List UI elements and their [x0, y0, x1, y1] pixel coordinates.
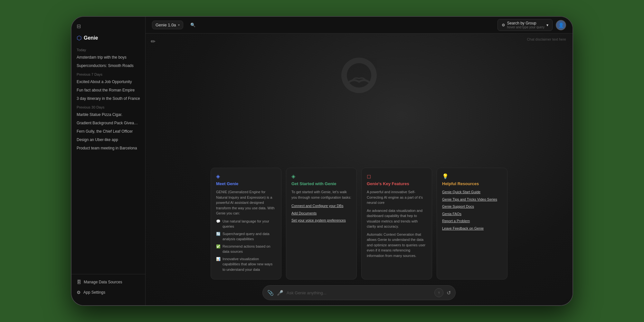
bullet-text-1: Use natural language for your queries: [223, 219, 276, 229]
sidebar-toggle-icon[interactable]: ⊟: [77, 23, 81, 29]
bullet-text-3: Recommend actions based on data sources: [223, 244, 276, 254]
card-link-add-docs[interactable]: Add Documents: [291, 211, 351, 216]
bullet-1: 💬 Use natural language for your queries: [216, 219, 276, 229]
card-get-started-icon: ◈: [291, 173, 351, 179]
bullet-2: 🔄 Supercharged query and data analysis c…: [216, 231, 276, 242]
search-group-chevron-icon: ▾: [546, 23, 548, 27]
topbar-search[interactable]: 🔍: [187, 21, 494, 29]
sidebar-item-marble[interactable]: Marble Statue Pizza Cigar.: [71, 110, 145, 119]
sidebar-item-uber[interactable]: Design an Uber-like app: [71, 136, 145, 144]
card-meet-genie-title: Meet Genie: [216, 181, 276, 186]
mic-icon[interactable]: 🎤: [277, 290, 283, 296]
bullet-text-4: Innovative visualization capabilities th…: [223, 256, 276, 272]
resource-link-feedback[interactable]: Leave Feedback on Genie: [442, 226, 502, 231]
card-meet-genie: ◈ Meet Genie GENIE (Generalized Engine f…: [211, 168, 281, 279]
sidebar-logo: ⬡ Genie: [71, 33, 145, 45]
card-key-features: ◻ Genie's Key Features A powerful and in…: [361, 168, 432, 279]
card-link-voice[interactable]: Set your voice system preferences: [291, 218, 351, 223]
card-link-connect-dbs[interactable]: Connect and Configure your DBs: [291, 203, 351, 209]
main-content: Genie 1.0a ▾ 🔍 ⚙ Search by Group hover a…: [146, 17, 573, 305]
search-group-label: Search by Group: [507, 21, 536, 25]
sidebar-item-france[interactable]: 3 day itinerary in the South of France: [71, 94, 145, 103]
app-settings-label: App Settings: [83, 290, 105, 295]
card-key-features-title: Genie's Key Features: [367, 181, 427, 186]
refresh-button[interactable]: ↺: [447, 290, 451, 296]
card-helpful-resources-body: Genie Quick Start Guide Genie Tips and T…: [442, 189, 502, 231]
resource-link-faqs[interactable]: Genia FAQs: [442, 211, 502, 217]
card-get-started-text: To get started with Genie, let's walk yo…: [291, 189, 351, 200]
user-avatar[interactable]: 👤: [556, 20, 566, 30]
selector-chevron-icon: ▾: [178, 23, 180, 27]
resource-link-tips[interactable]: Genie Tips and Tricks Video Series: [442, 197, 502, 202]
sidebar-item-gradient[interactable]: Gradient Background Pack Giveawa...: [71, 119, 145, 127]
sidebar-bottom: 🗄 Manage Data Sources ⚙ App Settings: [71, 274, 145, 300]
card-key-features-icon: ◻: [367, 173, 427, 179]
bullet-emoji-3: ✅: [216, 244, 221, 249]
topbar-right: ⚙ Search by Group hover and type your qu…: [497, 19, 566, 31]
genie-version-label: Genie 1.0a: [156, 23, 176, 27]
chat-area: Chat disclaimer text here ✏ ◈ Meet Genie…: [146, 33, 573, 305]
resource-link-report[interactable]: Report a Problem: [442, 218, 502, 224]
key-feature-2: An advanced data visualization and dashb…: [367, 208, 427, 229]
sidebar-spacer: [71, 152, 145, 274]
bullet-text-2: Supercharged query and data analysis cap…: [223, 231, 276, 242]
card-helpful-resources-icon: 💡: [442, 173, 502, 179]
database-icon: 🗄: [77, 279, 81, 285]
search-icon: 🔍: [190, 23, 195, 27]
bullet-emoji-4: 📊: [216, 256, 221, 262]
new-chat-icon[interactable]: ✏: [151, 38, 156, 45]
app-settings-button[interactable]: ⚙ App Settings: [71, 287, 145, 298]
genie-logo-text: Genie: [84, 35, 98, 41]
send-button[interactable]: ↑: [434, 288, 443, 297]
card-get-started-title: Get Started with Genie: [291, 181, 351, 186]
prev30-section-label: Previous 30 Days: [71, 103, 145, 110]
chat-disclaimer: Chat disclaimer text here: [527, 37, 566, 41]
card-helpful-resources: 💡 Helpful Resources Genie Quick Start Gu…: [437, 168, 507, 279]
sidebar-item-superconductors[interactable]: Superconductors: Smooth Roads: [71, 62, 145, 70]
chat-input-placeholder[interactable]: Ask Genie anything...: [287, 290, 431, 295]
app-container: ⊟ ⬡ Genie Today Amsterdam trip with the …: [71, 17, 573, 305]
sidebar-header: ⊟: [71, 22, 145, 33]
card-meet-genie-text: GENIE (Generalized Engine for Natural In…: [216, 189, 276, 216]
attach-icon[interactable]: 📎: [267, 290, 274, 296]
sidebar-item-job[interactable]: Excited About a Job Opportunity: [71, 78, 145, 86]
bullet-emoji-1: 💬: [216, 219, 221, 224]
topbar: Genie 1.0a ▾ 🔍 ⚙ Search by Group hover a…: [146, 17, 573, 33]
card-get-started: ◈ Get Started with Genie To get started …: [286, 168, 357, 279]
genie-version-selector[interactable]: Genie 1.0a ▾: [152, 21, 183, 29]
manage-data-sources-label: Manage Data Sources: [84, 280, 122, 284]
manage-data-sources-button[interactable]: 🗄 Manage Data Sources: [71, 277, 145, 287]
sidebar-item-amsterdam[interactable]: Amsterdam trip with the boys: [71, 53, 145, 62]
settings-icon: ⚙: [77, 290, 81, 295]
sidebar: ⊟ ⬡ Genie Today Amsterdam trip with the …: [71, 17, 146, 305]
filter-icon: ⚙: [502, 23, 505, 27]
card-helpful-resources-title: Helpful Resources: [442, 181, 502, 186]
genie-logo-icon: ⬡: [77, 34, 82, 42]
card-get-started-body: To get started with Genie, let's walk yo…: [291, 189, 351, 223]
key-feature-1: A powerful and innovative Self-Correctin…: [367, 189, 427, 205]
card-meet-genie-body: GENIE (Generalized Engine for Natural In…: [216, 189, 276, 272]
prev7-section-label: Previous 7 Days: [71, 70, 145, 78]
card-meet-genie-icon: ◈: [216, 173, 276, 179]
bullet-emoji-2: 🔄: [216, 231, 221, 237]
card-key-features-body: A powerful and innovative Self-Correctin…: [367, 189, 427, 258]
input-bar-container: 📎 🎤 Ask Genie anything... ↑ ↺: [262, 285, 456, 300]
sidebar-item-roman[interactable]: Fun fact about the Roman Empire: [71, 86, 145, 94]
input-bar: 📎 🎤 Ask Genie anything... ↑ ↺: [262, 285, 456, 300]
sidebar-item-product[interactable]: Product team meeting in Barcelona: [71, 144, 145, 152]
sidebar-item-fern[interactable]: Fern Gully, the Chief Leaf Officer: [71, 127, 145, 136]
search-group-sub-label: hover and type your query: [507, 25, 545, 29]
bullet-3: ✅ Recommend actions based on data source…: [216, 244, 276, 254]
bullet-4: 📊 Innovative visualization capabilities …: [216, 256, 276, 272]
genie-watermark: [333, 53, 385, 106]
search-by-group-button[interactable]: ⚙ Search by Group hover and type your qu…: [497, 19, 553, 31]
resource-link-support[interactable]: Genie Support Docs: [442, 204, 502, 209]
svg-point-1: [347, 63, 371, 88]
key-feature-3: Automatic Context Generation that allows…: [367, 232, 427, 259]
cards-container: ◈ Meet Genie GENIE (Generalized Engine f…: [146, 168, 573, 279]
today-section-label: Today: [71, 45, 145, 53]
resource-link-quickstart[interactable]: Genie Quick Start Guide: [442, 189, 502, 195]
device-frame: ⊟ ⬡ Genie Today Amsterdam trip with the …: [71, 16, 573, 306]
